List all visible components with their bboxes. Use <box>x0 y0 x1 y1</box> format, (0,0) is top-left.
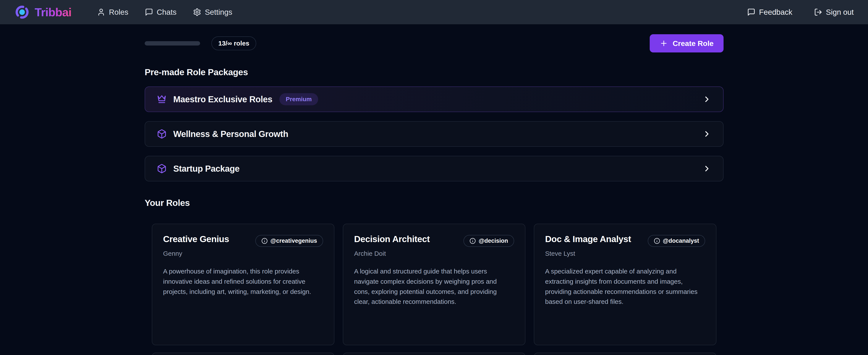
roles-toolbar: 13/∞ roles Create Role <box>145 34 723 53</box>
package-icon <box>157 129 167 139</box>
chat-icon <box>145 8 153 16</box>
package-name: Maestro Exclusive Roles <box>173 94 273 104</box>
package-row-startup[interactable]: Startup Package <box>145 156 723 181</box>
role-card-header: Decision Architect @decision <box>354 234 514 247</box>
package-icon <box>157 164 167 174</box>
role-card-decision-architect[interactable]: Decision Architect @decision Archie Doit… <box>343 224 525 345</box>
user-icon <box>97 8 105 16</box>
role-description: A specialized expert capable of analyzin… <box>545 266 703 307</box>
role-description: A powerhouse of imagination, this role p… <box>163 266 321 297</box>
role-card-partial[interactable] <box>534 353 716 355</box>
top-nav-bar: Tribbai Roles Chats <box>0 0 868 24</box>
info-icon <box>469 238 476 244</box>
chevron-right-icon <box>702 164 711 173</box>
nav-item-chats[interactable]: Chats <box>145 8 177 17</box>
nav-item-settings[interactable]: Settings <box>193 8 232 17</box>
chevron-right-icon <box>702 95 711 104</box>
tribbai-logo-icon <box>14 4 30 20</box>
main-content: 13/∞ roles Create Role Pre-made Role Pac… <box>0 24 868 355</box>
sign-out-icon <box>814 8 822 16</box>
role-title: Decision Architect <box>354 234 463 244</box>
role-handle-badge[interactable]: @decision <box>463 235 514 247</box>
sign-out-label: Sign out <box>826 8 854 17</box>
package-row-wellness[interactable]: Wellness & Personal Growth <box>145 121 723 147</box>
roles-grid: Creative Genius @creativegenius Genny A … <box>145 224 723 355</box>
role-card-creative-genius[interactable]: Creative Genius @creativegenius Genny A … <box>152 224 334 345</box>
role-title: Creative Genius <box>163 234 255 244</box>
role-card-header: Doc & Image Analyst @docanalyst <box>545 234 705 247</box>
create-role-label: Create Role <box>673 39 714 48</box>
role-description: A logical and structured guide that help… <box>354 266 512 307</box>
your-roles-section-title: Your Roles <box>145 198 723 208</box>
info-icon <box>654 238 660 244</box>
role-card-header: Creative Genius @creativegenius <box>163 234 323 247</box>
info-icon <box>261 238 268 244</box>
nav-item-roles[interactable]: Roles <box>97 8 128 17</box>
role-title: Doc & Image Analyst <box>545 234 648 244</box>
nav-label: Chats <box>157 8 177 17</box>
package-name: Startup Package <box>173 164 240 174</box>
nav-label: Roles <box>109 8 128 17</box>
role-subtitle: Archie Doit <box>354 250 514 257</box>
chat-icon <box>747 8 755 16</box>
role-card-partial[interactable] <box>343 353 525 355</box>
plus-icon <box>660 39 668 48</box>
role-handle: @creativegenius <box>271 238 317 244</box>
brand-name: Tribbai <box>35 5 71 19</box>
premium-badge: Premium <box>279 93 318 105</box>
create-role-button[interactable]: Create Role <box>650 34 723 53</box>
role-handle-badge[interactable]: @docanalyst <box>648 235 705 247</box>
role-card-partial[interactable] <box>152 353 334 355</box>
role-handle: @docanalyst <box>663 238 699 244</box>
role-handle-badge[interactable]: @creativegenius <box>255 235 323 247</box>
primary-nav: Roles Chats Settings <box>97 8 232 17</box>
feedback-button[interactable]: Feedback <box>747 8 793 17</box>
role-subtitle: Steve Lyst <box>545 250 705 257</box>
crown-icon <box>157 94 167 104</box>
roles-usage-progress-bar <box>145 41 200 46</box>
package-name: Wellness & Personal Growth <box>173 129 288 139</box>
feedback-label: Feedback <box>759 8 793 17</box>
brand-logo[interactable]: Tribbai <box>14 4 71 20</box>
role-card-doc-image-analyst[interactable]: Doc & Image Analyst @docanalyst Steve Ly… <box>534 224 716 345</box>
gear-icon <box>193 8 201 16</box>
packages-section-title: Pre-made Role Packages <box>145 67 723 78</box>
package-row-maestro[interactable]: Maestro Exclusive Roles Premium <box>145 86 723 112</box>
role-handle: @decision <box>478 238 508 244</box>
role-subtitle: Genny <box>163 250 323 257</box>
header-actions: Feedback Sign out <box>747 8 854 17</box>
roles-count-badge: 13/∞ roles <box>211 36 256 50</box>
chevron-right-icon <box>702 129 711 139</box>
sign-out-button[interactable]: Sign out <box>814 8 854 17</box>
nav-label: Settings <box>205 8 232 17</box>
